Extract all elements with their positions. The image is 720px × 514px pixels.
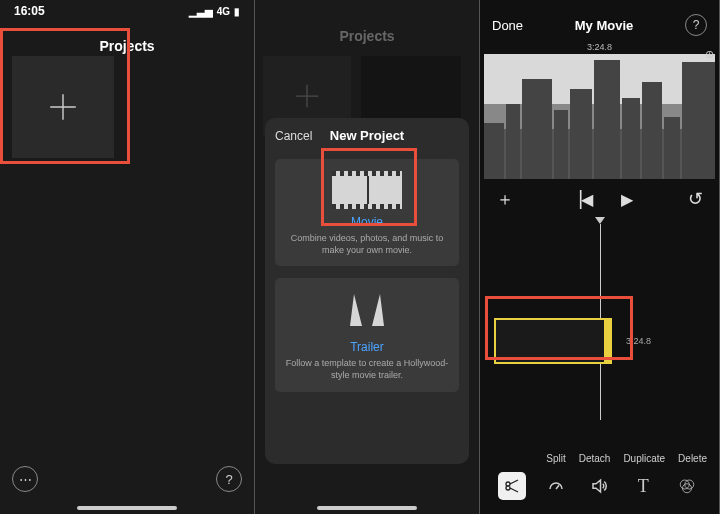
battery-icon: ▮: [234, 6, 240, 17]
undo-button[interactable]: ↺: [688, 188, 703, 210]
volume-icon: [590, 477, 608, 495]
bottom-controls: ⋯ ?: [0, 466, 254, 492]
add-media-button[interactable]: ＋: [496, 187, 514, 211]
clock: 16:05: [14, 4, 45, 18]
screen-new-project-sheet: Projects Cancel New Project Movie Combin…: [255, 0, 480, 514]
home-indicator[interactable]: [317, 506, 417, 510]
home-indicator[interactable]: [77, 506, 177, 510]
page-title-faded: Projects: [255, 0, 479, 54]
tool-filter[interactable]: [673, 472, 701, 500]
playhead-marker-icon: [595, 217, 605, 224]
screen-editor: Done My Movie ? 3:24.8 ⊕ ＋ ▕◀ ▶ ↺ 3:24.8…: [480, 0, 720, 514]
spotlight-icon: [342, 290, 392, 330]
option-trailer[interactable]: Trailer Follow a template to create a Ho…: [275, 278, 459, 391]
speedometer-icon: [547, 477, 565, 495]
status-right: ▁▃▅ 4G ▮: [189, 4, 240, 18]
done-button[interactable]: Done: [492, 18, 523, 33]
help-button[interactable]: ?: [685, 14, 707, 36]
tool-volume[interactable]: [585, 472, 613, 500]
tool-row: T: [480, 472, 719, 500]
tool-speed[interactable]: [542, 472, 570, 500]
network-label: 4G: [217, 6, 230, 17]
cancel-button[interactable]: Cancel: [275, 129, 312, 143]
highlight-box: [0, 28, 130, 164]
status-bar: 16:05 ▁▃▅ 4G ▮: [0, 0, 254, 20]
plus-icon: [292, 81, 322, 111]
highlight-box: [321, 148, 417, 226]
option-movie-desc: Combine videos, photos, and music to mak…: [285, 233, 449, 256]
screen-projects: 16:05 ▁▃▅ 4G ▮ Projects ⋯ ?: [0, 0, 255, 514]
clip-actions: Split Detach Duplicate Delete: [480, 453, 719, 464]
action-duplicate[interactable]: Duplicate: [623, 453, 665, 464]
zoom-icon[interactable]: ⊕: [705, 48, 714, 61]
skip-back-button[interactable]: ▕◀: [569, 190, 593, 209]
option-trailer-desc: Follow a template to create a Hollywood-…: [285, 358, 449, 381]
option-trailer-label: Trailer: [283, 340, 451, 354]
signal-icon: ▁▃▅: [189, 6, 213, 17]
tool-text[interactable]: T: [629, 472, 657, 500]
play-button[interactable]: ▶: [621, 190, 633, 209]
video-preview[interactable]: [484, 54, 715, 179]
sheet-title: New Project: [330, 128, 404, 143]
action-delete[interactable]: Delete: [678, 453, 707, 464]
tool-scissors[interactable]: [498, 472, 526, 500]
project-title: My Movie: [575, 18, 634, 33]
transport-bar: ＋ ▕◀ ▶ ↺: [480, 179, 719, 219]
more-button[interactable]: ⋯: [12, 466, 38, 492]
editor-header: Done My Movie ?: [480, 0, 719, 42]
filter-icon: [678, 477, 696, 495]
action-detach[interactable]: Detach: [579, 453, 611, 464]
action-split[interactable]: Split: [546, 453, 565, 464]
total-time: 3:24.8: [480, 42, 719, 54]
help-button[interactable]: ?: [216, 466, 242, 492]
scissors-icon: [504, 478, 520, 494]
highlight-box: [485, 296, 633, 360]
